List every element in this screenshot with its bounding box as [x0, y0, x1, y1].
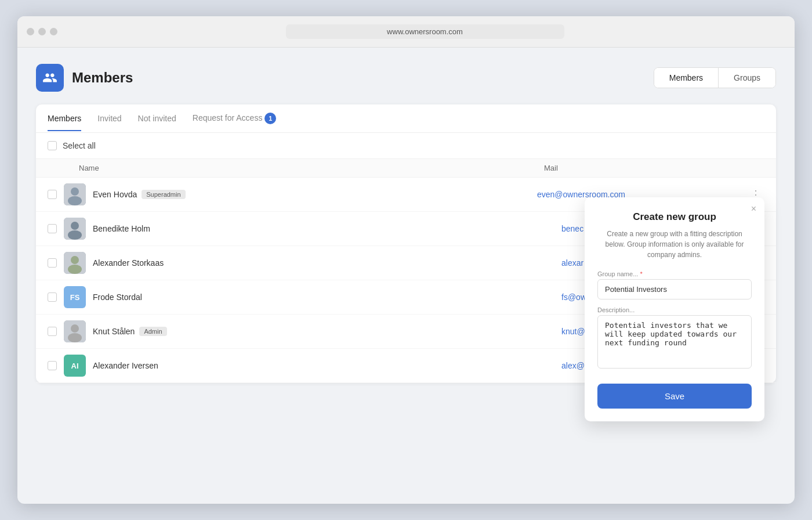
request-access-badge: 1	[264, 113, 276, 124]
svg-point-2	[68, 196, 82, 205]
avatar	[64, 252, 86, 274]
avatar: AI	[64, 355, 86, 377]
select-all-checkbox[interactable]	[48, 141, 57, 150]
page-icon	[36, 64, 64, 92]
sub-tab-invited[interactable]: Invited	[97, 114, 121, 131]
avatar	[64, 320, 86, 342]
modal-description: Create a new group with a fitting descri…	[597, 229, 752, 260]
row-checkbox[interactable]	[48, 190, 57, 199]
member-name: Frode Stordal	[93, 292, 554, 302]
required-star: *	[640, 270, 642, 277]
app-content: Members Members Groups Members Invited N…	[17, 48, 795, 399]
browser-chrome: www.ownersroom.com	[17, 16, 795, 48]
svg-point-8	[68, 265, 82, 274]
description-field: Description... Potential investors that …	[597, 306, 752, 371]
svg-point-5	[68, 230, 82, 240]
row-checkbox[interactable]	[48, 327, 57, 336]
header-tabs: Members Groups	[654, 67, 776, 88]
svg-point-4	[71, 222, 79, 230]
avatar	[64, 183, 86, 205]
member-name: Benedikte Holm	[93, 224, 554, 233]
member-name: Alexander Storkaas	[93, 258, 554, 268]
role-badge: Admin	[139, 327, 166, 336]
svg-point-11	[68, 333, 82, 342]
sub-tabs: Members Invited Not invited Request for …	[36, 104, 776, 133]
save-button[interactable]: Save	[597, 384, 752, 409]
group-name-label: Group name... *	[597, 270, 752, 277]
page-header: Members Members Groups	[36, 64, 776, 92]
svg-point-1	[71, 187, 79, 196]
traffic-lights	[27, 28, 57, 35]
main-card: Members Invited Not invited Request for …	[36, 104, 776, 383]
create-group-modal: × Create new group Create a new group wi…	[585, 197, 764, 421]
group-name-field: Group name... *	[597, 270, 752, 299]
role-badge: Superadmin	[142, 190, 185, 199]
browser-window: www.ownersroom.com Members Members Group…	[17, 16, 795, 504]
sub-tab-members[interactable]: Members	[48, 114, 81, 131]
page-header-left: Members	[36, 64, 133, 92]
page-title: Members	[72, 70, 133, 86]
traffic-light-green	[50, 28, 57, 35]
group-name-input[interactable]	[597, 279, 752, 299]
traffic-light-yellow	[38, 28, 46, 35]
traffic-light-red	[27, 28, 34, 35]
avatar: FS	[64, 286, 86, 308]
modal-title: Create new group	[597, 211, 752, 223]
row-checkbox[interactable]	[48, 224, 57, 233]
col-name-header: Name	[48, 164, 544, 172]
row-checkbox[interactable]	[48, 292, 57, 302]
address-bar[interactable]: www.ownersroom.com	[286, 24, 564, 39]
tab-groups[interactable]: Groups	[719, 68, 775, 88]
svg-point-7	[71, 256, 79, 264]
member-name: Even Hovda Superadmin	[93, 190, 530, 199]
member-name: Knut Stålen Admin	[93, 327, 554, 336]
row-checkbox[interactable]	[48, 361, 57, 370]
sub-tab-request-access[interactable]: Request for Access1	[193, 113, 277, 132]
avatar	[64, 218, 86, 240]
row-checkbox[interactable]	[48, 258, 57, 268]
select-all-label[interactable]: Select all	[63, 141, 96, 150]
svg-point-10	[71, 324, 79, 333]
description-label: Description...	[597, 306, 752, 313]
col-headers: Name Mail	[36, 159, 776, 178]
member-name: Alexander Iversen	[93, 361, 554, 370]
tab-members[interactable]: Members	[654, 68, 719, 88]
modal-close-button[interactable]: ×	[751, 204, 756, 214]
col-mail-header: Mail	[544, 164, 764, 172]
sub-tab-not-invited[interactable]: Not invited	[138, 114, 176, 131]
description-input[interactable]: Potential investors that we will keep up…	[597, 315, 752, 369]
select-all-row: Select all	[36, 133, 776, 159]
